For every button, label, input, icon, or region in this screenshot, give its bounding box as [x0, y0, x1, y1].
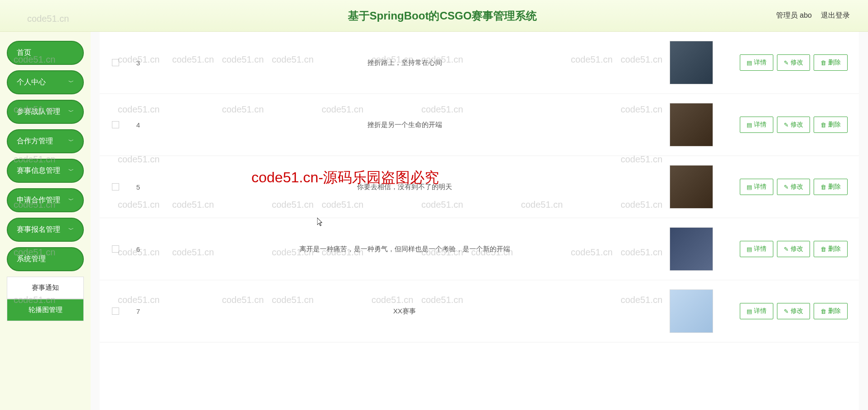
row-thumbnail [670, 227, 713, 271]
table-row: 3 挫折路上，坚持常在心间 ▤详情 ✎修改 🗑删除 [100, 32, 859, 94]
admin-label[interactable]: 管理员 abo [776, 11, 812, 20]
row-checkbox[interactable] [112, 183, 119, 190]
page-title: 基于SpringBoot的CSGO赛事管理系统 [109, 9, 776, 23]
sidebar-item-label: 赛事信息管理 [17, 166, 60, 176]
delete-button[interactable]: 🗑删除 [814, 303, 848, 319]
sidebar-item-partner[interactable]: 合作方管理 ﹀ [7, 129, 84, 153]
logout-button[interactable]: 退出登录 [821, 11, 850, 20]
detail-icon: ▤ [747, 59, 752, 66]
row-checkbox[interactable] [112, 308, 119, 315]
detail-button[interactable]: ▤详情 [740, 241, 773, 257]
delete-button[interactable]: 🗑删除 [814, 241, 848, 257]
row-title: 离开是一种痛苦，是一种勇气，但同样也是一个考验，是一个新的开端 [152, 245, 657, 254]
detail-icon: ▤ [747, 184, 752, 190]
edit-button[interactable]: ✎修改 [777, 241, 810, 257]
detail-button[interactable]: ▤详情 [740, 303, 773, 319]
row-checkbox[interactable] [112, 59, 119, 66]
edit-button[interactable]: ✎修改 [777, 117, 810, 133]
row-thumbnail [670, 103, 713, 146]
submenu-item-notice[interactable]: 赛事通知 [7, 277, 84, 299]
table-row: 6 离开是一种痛苦，是一种勇气，但同样也是一个考验，是一个新的开端 ▤详情 ✎修… [100, 218, 859, 280]
edit-button[interactable]: ✎修改 [777, 179, 810, 195]
row-title: 挫折是另一个生命的开端 [152, 121, 657, 129]
sidebar-item-label: 系统管理 [17, 254, 46, 264]
sidebar-item-system[interactable]: 系统管理 [7, 247, 84, 271]
row-index: 6 [125, 245, 152, 253]
detail-icon: ▤ [747, 122, 752, 128]
row-thumbnail [670, 41, 713, 84]
chevron-down-icon: ﹀ [68, 226, 74, 234]
delete-button[interactable]: 🗑删除 [814, 179, 848, 195]
sidebar: 首页 个人中心 ﹀ 参赛战队管理 ﹀ 合作方管理 ﹀ 赛事信息管理 ﹀ 申请合作… [0, 32, 91, 410]
edit-button[interactable]: ✎修改 [777, 303, 810, 319]
row-title: 挫折路上，坚持常在心间 [152, 59, 657, 67]
table-row: 4 挫折是另一个生命的开端 ▤详情 ✎修改 🗑删除 [100, 94, 859, 156]
row-title: XX赛事 [152, 307, 657, 316]
sidebar-item-label: 首页 [17, 48, 31, 58]
edit-icon: ✎ [784, 184, 789, 190]
delete-icon: 🗑 [820, 122, 826, 128]
delete-icon: 🗑 [820, 59, 826, 66]
row-checkbox[interactable] [112, 121, 119, 128]
row-index: 5 [125, 183, 152, 191]
delete-icon: 🗑 [820, 308, 826, 315]
row-index: 4 [125, 121, 152, 129]
chevron-down-icon: ﹀ [68, 108, 74, 116]
chevron-down-icon: ﹀ [68, 196, 74, 204]
row-index: 3 [125, 59, 152, 67]
sidebar-item-signup[interactable]: 赛事报名管理 ﹀ [7, 218, 84, 242]
delete-icon: 🗑 [820, 246, 826, 253]
edit-icon: ✎ [784, 122, 789, 128]
sidebar-item-event-info[interactable]: 赛事信息管理 ﹀ [7, 159, 84, 183]
edit-icon: ✎ [784, 59, 789, 66]
detail-button[interactable]: ▤详情 [740, 179, 773, 195]
edit-icon: ✎ [784, 308, 789, 315]
sidebar-item-home[interactable]: 首页 [7, 41, 84, 65]
main-content: 3 挫折路上，坚持常在心间 ▤详情 ✎修改 🗑删除 4 挫折是另一个生命的开端 … [91, 32, 868, 410]
row-thumbnail [670, 165, 713, 209]
table-container: 3 挫折路上，坚持常在心间 ▤详情 ✎修改 🗑删除 4 挫折是另一个生命的开端 … [100, 32, 859, 410]
header: 基于SpringBoot的CSGO赛事管理系统 管理员 abo 退出登录 [0, 0, 868, 32]
edit-button[interactable]: ✎修改 [777, 54, 810, 71]
detail-icon: ▤ [747, 308, 752, 315]
submenu: 赛事通知 轮播图管理 [7, 277, 84, 321]
sidebar-item-label: 赛事报名管理 [17, 225, 60, 234]
sidebar-item-team[interactable]: 参赛战队管理 ﹀ [7, 100, 84, 124]
row-index: 7 [125, 308, 152, 315]
sidebar-item-label: 申请合作管理 [17, 195, 60, 205]
edit-icon: ✎ [784, 246, 789, 253]
chevron-down-icon: ﹀ [68, 137, 74, 145]
sidebar-item-label: 合作方管理 [17, 137, 53, 146]
sidebar-item-label: 参赛战队管理 [17, 107, 60, 117]
delete-button[interactable]: 🗑删除 [814, 54, 848, 71]
submenu-item-carousel[interactable]: 轮播图管理 [7, 299, 84, 321]
delete-icon: 🗑 [820, 184, 826, 190]
table-row: 7 XX赛事 ▤详情 ✎修改 🗑删除 [100, 280, 859, 342]
detail-icon: ▤ [747, 246, 752, 253]
header-right: 管理员 abo 退出登录 [776, 11, 850, 20]
sidebar-item-apply-partner[interactable]: 申请合作管理 ﹀ [7, 188, 84, 212]
detail-button[interactable]: ▤详情 [740, 117, 773, 133]
row-checkbox[interactable] [112, 245, 119, 253]
sidebar-item-label: 个人中心 [17, 78, 46, 87]
detail-button[interactable]: ▤详情 [740, 54, 773, 71]
table-row: 5 你要去相信，没有到不了的明天 ▤详情 ✎修改 🗑删除 [100, 156, 859, 218]
row-title: 你要去相信，没有到不了的明天 [152, 183, 657, 191]
chevron-down-icon: ﹀ [68, 167, 74, 175]
chevron-down-icon: ﹀ [68, 78, 74, 86]
row-thumbnail [670, 289, 713, 333]
delete-button[interactable]: 🗑删除 [814, 117, 848, 133]
sidebar-item-personal[interactable]: 个人中心 ﹀ [7, 70, 84, 94]
